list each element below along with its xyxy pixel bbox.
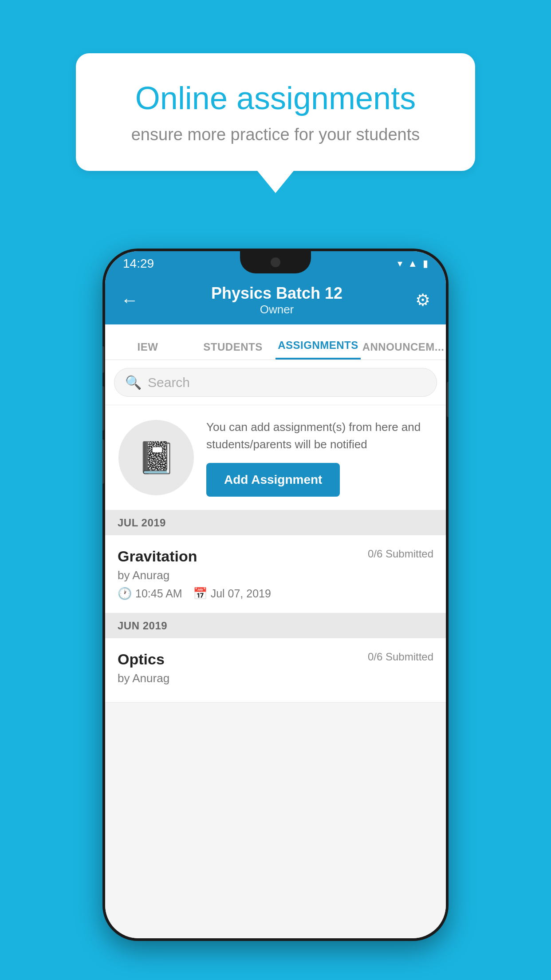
search-icon: 🔍 [125,375,142,390]
promo-area: Online assignments ensure more practice … [76,53,475,171]
tab-assignments[interactable]: ASSIGNMENTS [276,324,361,360]
section-header-jun: JUN 2019 [105,613,446,638]
back-button[interactable]: ← [121,290,138,310]
settings-icon[interactable]: ⚙ [415,290,430,310]
battery-icon: ▮ [423,258,428,269]
assignment-item-gravitation[interactable]: Gravitation 0/6 Submitted by Anurag 🕐 10… [105,535,446,613]
tab-students[interactable]: STUDENTS [190,324,276,360]
assignment-by-optics: by Anurag [118,672,433,685]
assignment-submitted: 0/6 Submitted [368,548,433,560]
assignment-item-optics[interactable]: Optics 0/6 Submitted by Anurag [105,638,446,703]
status-time: 14:29 [123,257,154,271]
assignment-promo-card: 📓 You can add assignment(s) from here an… [105,405,446,510]
assignment-meta: 🕐 10:45 AM 📅 Jul 07, 2019 [118,587,433,601]
silent-button [102,439,104,484]
assignment-top-row: Gravitation 0/6 Submitted [118,548,433,565]
time-meta: 🕐 10:45 AM [118,587,182,601]
clock-icon: 🕐 [118,587,132,601]
signal-icon: ▲ [408,258,417,269]
notch [240,251,311,273]
status-icons: ▾ ▲ ▮ [398,258,428,269]
assignment-icon-circle: 📓 [118,420,194,495]
assignment-name-optics: Optics [118,651,165,668]
promo-text-area: You can add assignment(s) from here and … [206,419,433,497]
app-header: ← Physics Batch 12 Owner ⚙ [105,276,446,324]
assignment-submitted-optics: 0/6 Submitted [368,651,433,663]
assignment-top-row-optics: Optics 0/6 Submitted [118,651,433,668]
tab-iew[interactable]: IEW [105,324,190,360]
header-subtitle: Owner [138,303,415,316]
assignment-time: 10:45 AM [135,587,182,600]
calendar-icon: 📅 [193,587,207,601]
tab-announcements[interactable]: ANNOUNCEM... [361,324,446,360]
promo-title: Online assignments [107,80,444,116]
volume-up-button [102,346,104,373]
add-assignment-button[interactable]: Add Assignment [206,463,340,497]
assignment-name: Gravitation [118,548,197,565]
promo-subtitle: ensure more practice for your students [107,125,444,144]
search-placeholder: Search [148,375,190,390]
phone-frame: 14:29 ▾ ▲ ▮ ← Physics Batch 12 Owner ⚙ I… [102,249,449,941]
power-button [447,382,449,417]
status-bar: 14:29 ▾ ▲ ▮ [105,251,446,276]
notebook-icon: 📓 [137,439,176,476]
promo-description: You can add assignment(s) from here and … [206,419,433,453]
volume-down-button [102,386,104,431]
camera [271,257,280,267]
search-container: 🔍 Search [105,360,446,405]
speech-bubble: Online assignments ensure more practice … [76,53,475,171]
tabs-bar: IEW STUDENTS ASSIGNMENTS ANNOUNCEM... [105,324,446,360]
wifi-icon: ▾ [398,258,402,269]
assignment-by: by Anurag [118,569,433,582]
section-header-jul: JUL 2019 [105,510,446,535]
phone-screen: 14:29 ▾ ▲ ▮ ← Physics Batch 12 Owner ⚙ I… [105,251,446,938]
content-area: 🔍 Search 📓 You can add assignment(s) fro… [105,360,446,938]
header-title-area: Physics Batch 12 Owner [138,284,415,316]
header-title: Physics Batch 12 [138,284,415,303]
search-bar[interactable]: 🔍 Search [114,368,437,397]
assignment-date: Jul 07, 2019 [211,587,271,600]
date-meta: 📅 Jul 07, 2019 [193,587,271,601]
